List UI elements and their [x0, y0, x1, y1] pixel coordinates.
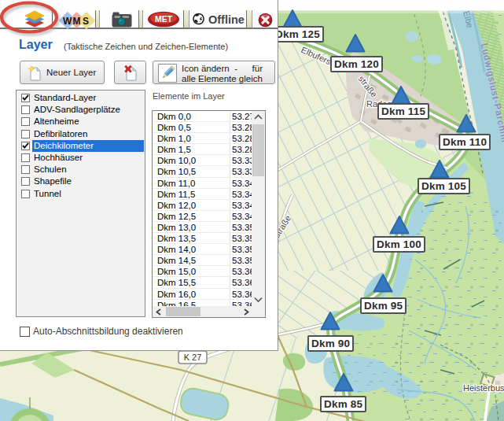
svg-text:M: M	[73, 16, 81, 27]
svg-text:W: W	[63, 16, 72, 27]
svg-text:MET: MET	[155, 14, 173, 24]
svg-text:K 27: K 27	[184, 353, 202, 362]
svg-text:Heisterbus: Heisterbus	[463, 383, 504, 393]
svg-text:S: S	[83, 16, 89, 27]
